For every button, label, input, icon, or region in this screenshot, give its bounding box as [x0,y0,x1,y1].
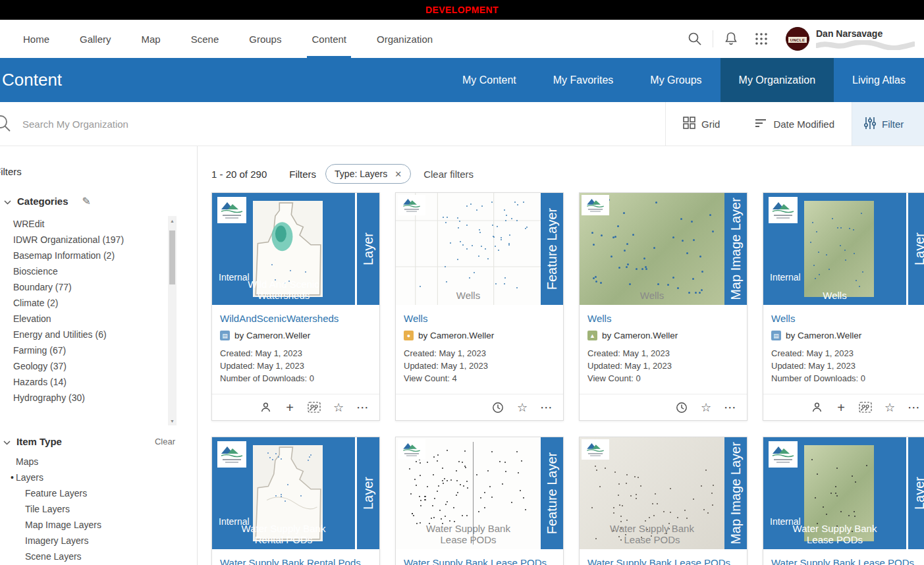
category-item[interactable]: Hydrography (30) [0,390,165,406]
clock-icon[interactable] [674,400,689,415]
thumbnail-title: Wild And Scenic Watersheds [236,279,331,302]
more-options-icon[interactable]: ⋯ [907,400,921,415]
item-title-link[interactable]: WildAndScenicWatersheds [220,313,339,324]
category-item[interactable]: WREdit [0,216,165,232]
item-title-link[interactable]: Wells [587,313,611,324]
avatar[interactable]: UNCLE [786,27,809,51]
clear-item-type-link[interactable]: Clear [155,437,175,446]
category-item[interactable]: Farming (67) [0,342,165,358]
category-item[interactable]: Bioscience [0,263,165,279]
item-type-header[interactable]: Item Type Clear [0,436,197,447]
scroll-up-icon[interactable]: ▲ [168,216,177,225]
content-card: Water Supply Bank Lease PODsFeature Laye… [395,437,564,565]
grid-view-button[interactable]: Grid [665,102,737,146]
user-menu[interactable]: Dan Narsavage [816,28,915,50]
card-info: Water Supply Bank Lease PODs [763,549,924,565]
item-type-band: Map Image Layer [724,193,747,305]
notifications-bell-icon[interactable] [716,24,746,54]
tab-living-atlas[interactable]: Living Atlas [834,58,924,102]
more-options-icon[interactable]: ⋯ [539,400,554,415]
internal-badge: Internal [770,272,801,282]
card-actions: +☆⋯ [763,394,924,420]
item-title-link[interactable]: Wells [771,313,795,324]
item-type-tile-layers[interactable]: Tile Layers [0,501,197,517]
item-type-band: Map Image Layer [724,437,747,549]
category-item[interactable]: Geology (37) [0,358,165,374]
share-group-icon[interactable] [858,400,873,415]
sort-button[interactable]: Date Modified [737,102,852,146]
nav-item-groups[interactable]: Groups [234,20,296,58]
add-plus-icon[interactable]: + [283,400,297,415]
metadata-line: Number of Downloads: 0 [220,372,371,385]
remove-filter-icon[interactable]: ✕ [394,169,402,179]
card-thumbnail[interactable]: Water Supply Bank Lease PODsFeature Laye… [396,437,563,549]
categories-scrollbar[interactable]: ▲ ▼ [168,216,177,425]
nav-item-organization[interactable]: Organization [362,20,448,58]
search-input[interactable] [22,119,665,130]
item-type-imagery-layers[interactable]: Imagery Layers [0,533,197,549]
grid-view-label: Grid [701,119,720,130]
app-launcher-icon[interactable] [746,24,776,54]
card-thumbnail[interactable]: Water Supply Bank Lease PODsMap Image La… [580,437,747,549]
category-item[interactable]: Basemap Information (2) [0,248,165,263]
item-type-layers[interactable]: Layers [0,470,197,485]
favorite-star-icon[interactable]: ☆ [331,400,346,415]
categories-header[interactable]: Categories ✎ [0,195,197,207]
category-item[interactable]: Boundary (77) [0,279,165,295]
favorite-star-icon[interactable]: ☆ [699,400,713,415]
scroll-down-icon[interactable]: ▼ [168,416,177,425]
item-type-map-image-layers[interactable]: Map Image Layers [0,517,197,533]
tab-my-favorites[interactable]: My Favorites [535,58,632,102]
share-person-icon[interactable] [809,400,824,415]
card-thumbnail[interactable]: WellsMap Image Layer [580,193,747,305]
nav-item-home[interactable]: Home [8,20,65,58]
more-options-icon[interactable]: ⋯ [356,400,370,415]
nav-item-content[interactable]: Content [296,20,362,58]
tab-my-organization[interactable]: My Organization [720,58,834,102]
idwr-logo [769,441,798,468]
card-thumbnail[interactable]: WellsFeature Layer [396,193,563,305]
clock-icon[interactable] [491,400,505,415]
edit-categories-icon[interactable]: ✎ [82,195,91,207]
tab-my-content[interactable]: My Content [444,58,535,102]
active-filter-chip[interactable]: Type: Layers ✕ [325,164,411,184]
tab-my-groups[interactable]: My Groups [632,58,720,102]
item-title-link[interactable]: Water Supply Bank Lease PODs [587,557,730,565]
categories-title: Categories [17,196,68,207]
idwr-logo [217,441,246,468]
category-item[interactable]: Climate (2) [0,295,165,311]
scrollbar-thumb[interactable] [169,230,175,284]
item-type-band-label: Map Image Layer [728,198,744,300]
item-type-scene-layers[interactable]: Scene Layers [0,549,197,564]
item-type-maps[interactable]: Maps [0,454,197,470]
item-title-link[interactable]: Water Supply Bank Rental Pods [220,557,361,565]
nav-item-gallery[interactable]: Gallery [65,20,126,58]
card-thumbnail[interactable]: InternalWater Supply Bank Lease PODsLaye… [763,437,924,549]
add-plus-icon[interactable]: + [834,400,848,415]
category-item[interactable]: Elevation [0,311,165,327]
item-type-band: Feature Layer [541,193,563,305]
card-thumbnail[interactable]: InternalWater Supply Bank Rental PODsLay… [212,437,379,549]
card-thumbnail[interactable]: InternalWild And Scenic WatershedsLayer [212,193,379,305]
favorite-star-icon[interactable]: ☆ [515,400,530,415]
item-type-feature-layers[interactable]: Feature Layers [0,485,197,501]
item-type-band: Layer [355,437,379,549]
category-item[interactable]: IDWR Organizational (197) [0,232,165,248]
more-options-icon[interactable]: ⋯ [723,400,738,415]
item-title-link[interactable]: Wells [404,313,427,324]
nav-item-scene[interactable]: Scene [176,20,234,58]
favorite-star-icon[interactable]: ☆ [883,400,897,415]
nav-item-map[interactable]: Map [126,20,176,58]
filter-button[interactable]: Filter [852,102,924,146]
share-group-icon[interactable] [307,400,321,415]
share-person-icon[interactable] [258,400,273,415]
search-icon[interactable] [680,24,710,54]
card-info: Water Supply Bank Rental Pods [212,549,379,565]
clear-filters-link[interactable]: Clear filters [423,169,474,180]
category-item[interactable]: Hazards (14) [0,374,165,390]
card-thumbnail[interactable]: InternalWellsLayer [763,193,924,305]
category-item[interactable]: Energy and Utilities (6) [0,327,165,342]
item-title-link[interactable]: Water Supply Bank Lease PODs [771,557,914,565]
content-card: WellsFeature LayerWells●by Cameron.Welle… [395,192,564,421]
item-title-link[interactable]: Water Supply Bank Lease PODs [404,557,547,565]
